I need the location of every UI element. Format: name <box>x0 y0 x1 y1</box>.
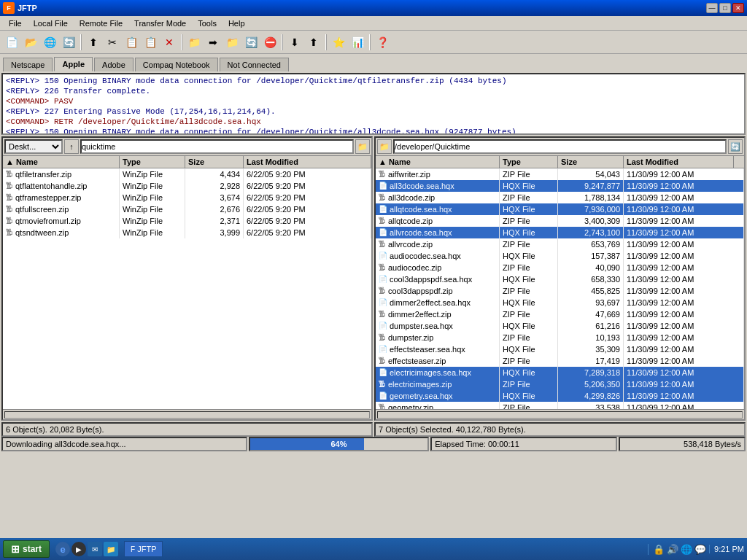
file-row[interactable]: 🗜all3dcode.zip ZIP File 1,788,134 11/30/… <box>376 192 744 203</box>
newfolder-remote-btn[interactable]: 📁 <box>223 34 241 51</box>
file-row[interactable]: 🗜qtfullscreen.zip WinZip File 2,676 6/22… <box>3 203 371 215</box>
tray-icon-1[interactable]: 🔒 <box>653 544 665 555</box>
file-row[interactable]: 🗜aiffwriter.zip ZIP File 54,043 11/30/99… <box>376 168 744 180</box>
tab-netscape[interactable]: Netscape <box>3 58 53 71</box>
connect-btn[interactable]: 🌐 <box>41 34 58 51</box>
file-row[interactable]: 📄cool3dappspdf.sea.hqx HQX File 658,330 … <box>376 273 744 285</box>
tab-compaq[interactable]: Compaq Notebook <box>135 58 218 71</box>
menu-local-file[interactable]: Local File <box>28 18 74 29</box>
tab-not-connected[interactable]: Not Connected <box>220 58 289 71</box>
file-row[interactable]: 🗜cool3dappspdf.zip ZIP File 455,825 11/3… <box>376 285 744 297</box>
local-up-btn[interactable]: ↑ <box>64 139 79 154</box>
file-row-selected[interactable]: 🗜electricimages.zip ZIP File 5,206,350 1… <box>376 378 744 390</box>
close-button[interactable]: ✕ <box>732 3 744 13</box>
menu-transfer-mode[interactable]: Transfer Mode <box>128 18 192 29</box>
file-row[interactable]: 🗜dimmer2effect.zip ZIP File 47,669 11/30… <box>376 308 744 320</box>
remote-hscroll-track[interactable] <box>377 411 743 419</box>
minimize-button[interactable]: — <box>706 3 718 13</box>
log-btn[interactable]: 📊 <box>349 34 366 51</box>
menubar: File Local File Remote File Transfer Mod… <box>0 16 747 31</box>
file-row[interactable]: 🗜qtmoviefromurl.zip WinZip File 2,371 6/… <box>3 215 371 227</box>
help-btn[interactable]: ❓ <box>374 34 391 51</box>
start-button[interactable]: ⊞ start <box>3 540 50 558</box>
upload-btn[interactable]: ⬆ <box>305 34 322 51</box>
new-btn[interactable]: 📄 <box>3 34 20 51</box>
file-row[interactable]: 🗜allqtcode.zip ZIP File 3,400,309 11/30/… <box>376 215 744 227</box>
menu-help[interactable]: Help <box>222 18 251 29</box>
file-row[interactable]: 🗜geometry.zip ZIP File 33,538 11/30/99 1… <box>376 402 744 409</box>
remote-browse-btn[interactable]: 📁 <box>377 139 392 154</box>
file-row[interactable]: 🗜audiocodec.zip ZIP File 40,090 11/30/99… <box>376 262 744 273</box>
remote-refresh-btn[interactable]: 🔄 <box>728 139 743 154</box>
file-row[interactable]: 🗜dumpster.zip ZIP File 10,193 11/30/99 1… <box>376 332 744 343</box>
refresh2-btn[interactable]: 🔄 <box>242 34 260 51</box>
bookmark-btn[interactable]: ⭐ <box>330 34 347 51</box>
ie-icon[interactable]: e <box>55 542 70 556</box>
remote-modified-header[interactable]: Last Modified <box>624 156 734 168</box>
remote-path-input[interactable] <box>393 139 727 154</box>
file-row-selected[interactable]: 📄allqtcode.sea.hqx HQX File 7,936,000 11… <box>376 203 744 215</box>
remote-file-list[interactable]: 🗜aiffwriter.zip ZIP File 54,043 11/30/99… <box>376 168 744 409</box>
local-name-header[interactable]: ▲ Name <box>3 156 120 168</box>
local-file-list[interactable]: 🗜qtfiletransfer.zip WinZip File 4,434 6/… <box>3 168 371 409</box>
explorer-icon[interactable]: 📁 <box>104 542 118 556</box>
file-size: 2,676 <box>185 203 244 215</box>
file-row[interactable]: 🗜qtframestepper.zip WinZip File 3,674 6/… <box>3 192 371 203</box>
file-row[interactable]: 📄dimmer2effect.sea.hqx HQX File 93,697 1… <box>376 297 744 308</box>
file-size: 47,669 <box>558 308 624 320</box>
local-type-header[interactable]: Type <box>120 156 185 168</box>
tray-icon-3[interactable]: 🌐 <box>681 544 692 555</box>
refresh-btn[interactable]: 🔄 <box>60 34 77 51</box>
messenger-icon[interactable]: ✉ <box>88 542 102 556</box>
file-row[interactable]: 🗜qtfiletransfer.zip WinZip File 4,434 6/… <box>3 168 371 180</box>
file-type: WinZip File <box>120 215 185 227</box>
remote-type-header[interactable]: Type <box>500 156 558 168</box>
file-row[interactable]: 🗜effectsteaser.zip ZIP File 17,419 11/30… <box>376 355 744 367</box>
local-hscroll-track[interactable] <box>4 411 370 419</box>
copy-btn[interactable]: 📋 <box>123 34 140 51</box>
local-drive-select[interactable]: Deskt... <box>4 139 63 154</box>
log-area[interactable]: <REPLY> 150 Opening BINARY mode data con… <box>1 73 746 135</box>
file-row[interactable]: 🗜allvrcode.zip ZIP File 653,769 11/30/99… <box>376 238 744 250</box>
cut-btn[interactable]: ✂ <box>104 34 121 51</box>
tray-icon-2[interactable]: 🔊 <box>667 544 678 555</box>
local-size-header[interactable]: Size <box>185 156 244 168</box>
file-row[interactable]: 📄effectsteaser.sea.hqx HQX File 35,309 1… <box>376 343 744 355</box>
local-hscroll[interactable] <box>3 409 371 419</box>
download-btn[interactable]: ⬇ <box>286 34 303 51</box>
local-browse-btn[interactable]: 📁 <box>355 139 370 154</box>
open-btn[interactable]: 📂 <box>22 34 39 51</box>
zip-icon: 🗜 <box>379 308 386 320</box>
tab-adobe[interactable]: Adobe <box>94 58 133 71</box>
file-row-selected[interactable]: 📄geometry.sea.hqx HQX File 4,299,826 11/… <box>376 390 744 402</box>
clock: 9:21 PM <box>709 545 744 553</box>
file-row[interactable]: 🗜qtflattentohandle.zip WinZip File 2,928… <box>3 180 371 192</box>
tab-apple[interactable]: Apple <box>54 57 93 71</box>
newfolder-local-btn[interactable]: 📁 <box>185 34 203 51</box>
delete-btn[interactable]: ✕ <box>160 34 178 51</box>
local-modified-header[interactable]: Last Modified <box>244 156 371 168</box>
remote-hscroll[interactable] <box>376 409 744 419</box>
paste-btn[interactable]: 📋 <box>142 34 159 51</box>
menu-tools[interactable]: Tools <box>192 18 222 29</box>
menu-file[interactable]: File <box>3 18 28 29</box>
file-row[interactable]: 🗜qtsndtween.zip WinZip File 3,999 6/22/0… <box>3 227 371 238</box>
tray-icon-4[interactable]: 💬 <box>694 544 706 555</box>
file-row[interactable]: 📄dumpster.sea.hqx HQX File 61,216 11/30/… <box>376 320 744 332</box>
up-btn[interactable]: ⬆ <box>85 34 102 51</box>
local-path-input[interactable] <box>80 139 354 154</box>
remote-name-header[interactable]: ▲ Name <box>376 156 500 168</box>
file-row-selected[interactable]: 📄allvrcode.sea.hqx HQX File 2,743,100 11… <box>376 227 744 238</box>
media-icon[interactable]: ▶ <box>71 542 86 556</box>
file-row-selected[interactable]: 📄electricimages.sea.hqx HQX File 7,289,3… <box>376 367 744 378</box>
remote-size-header[interactable]: Size <box>558 156 624 168</box>
menu-remote-file[interactable]: Remote File <box>74 18 128 29</box>
stop-btn[interactable]: ⛔ <box>261 34 279 51</box>
file-row-selected[interactable]: 📄all3dcode.sea.hqx HQX File 9,247,877 11… <box>376 180 744 192</box>
zip-icon: 🗜 <box>379 238 386 250</box>
maximize-button[interactable]: □ <box>719 3 731 13</box>
file-modified: 11/30/99 12:00 AM <box>624 180 744 192</box>
jftp-taskbar-btn[interactable]: F JFTP <box>124 541 163 557</box>
move-btn[interactable]: ➡ <box>204 34 222 51</box>
file-row[interactable]: 📄audiocodec.sea.hqx HQX File 157,387 11/… <box>376 250 744 262</box>
